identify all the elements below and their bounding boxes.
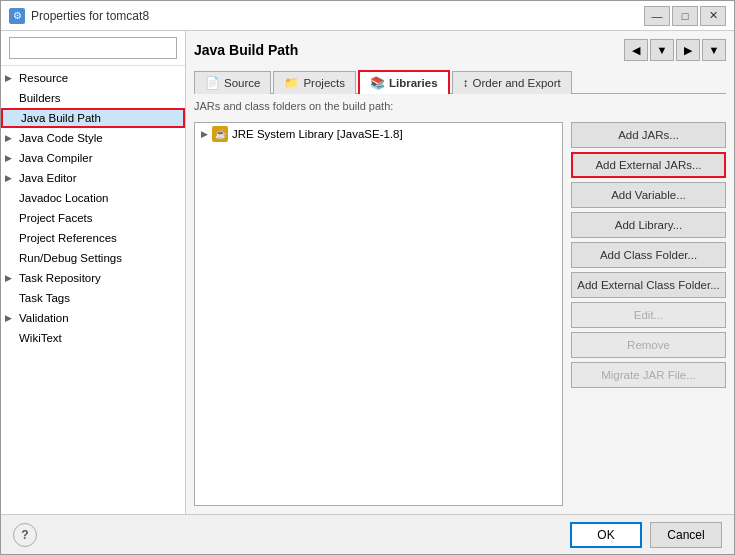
content-area: ▶ Resource Builders Java Build Path ▶ Ja… <box>1 31 734 514</box>
window-title: Properties for tomcat8 <box>31 9 149 23</box>
nav-back-button[interactable]: ◀ <box>624 39 648 61</box>
search-input[interactable] <box>9 37 177 59</box>
sidebar-item-label: Task Tags <box>19 292 70 304</box>
sidebar-item-label: Resource <box>19 72 68 84</box>
maximize-button[interactable]: □ <box>672 6 698 26</box>
ok-button[interactable]: OK <box>570 522 642 548</box>
lib-item-label: JRE System Library [JavaSE-1.8] <box>232 128 403 140</box>
nav-forward-dropdown-button[interactable]: ▼ <box>702 39 726 61</box>
expand-arrow: ▶ <box>5 133 19 143</box>
sidebar-item-resource[interactable]: ▶ Resource <box>1 68 185 88</box>
library-tree-container: ▶ ☕ JRE System Library [JavaSE-1.8] <box>194 122 563 506</box>
tab-projects-label: Projects <box>303 77 345 89</box>
main-panel: Java Build Path ◀ ▼ ▶ ▼ 📄 Source 📁 Proje… <box>186 31 734 514</box>
footer: ? OK Cancel <box>1 514 734 554</box>
sidebar-item-java-editor[interactable]: ▶ Java Editor <box>1 168 185 188</box>
expand-arrow: ▶ <box>5 73 19 83</box>
sidebar-item-project-references[interactable]: Project References <box>1 228 185 248</box>
remove-button[interactable]: Remove <box>571 332 726 358</box>
add-external-jars-button[interactable]: Add External JARs... <box>571 152 726 178</box>
sidebar-item-label: Validation <box>19 312 69 324</box>
sidebar-item-wikitext[interactable]: WikiText <box>1 328 185 348</box>
help-button[interactable]: ? <box>13 523 37 547</box>
nav-forward-button[interactable]: ▶ <box>676 39 700 61</box>
sidebar-item-validation[interactable]: ▶ Validation <box>1 308 185 328</box>
sidebar-item-label: Java Build Path <box>21 112 101 124</box>
sidebar-item-builders[interactable]: Builders <box>1 88 185 108</box>
sidebar-tree: ▶ Resource Builders Java Build Path ▶ Ja… <box>1 66 185 514</box>
sidebar-item-java-code-style[interactable]: ▶ Java Code Style <box>1 128 185 148</box>
tab-order-export[interactable]: ↕ Order and Export <box>452 71 572 94</box>
panel-title: Java Build Path <box>194 42 298 58</box>
properties-window: ⚙ Properties for tomcat8 — □ ✕ ▶ Resourc… <box>0 0 735 555</box>
title-buttons: — □ ✕ <box>644 6 726 26</box>
sidebar-item-label: Project Facets <box>19 212 93 224</box>
sidebar-item-label: Java Compiler <box>19 152 93 164</box>
tab-libraries-label: Libraries <box>389 77 438 89</box>
sidebar-item-javadoc-location[interactable]: Javadoc Location <box>1 188 185 208</box>
sidebar-item-java-compiler[interactable]: ▶ Java Compiler <box>1 148 185 168</box>
sidebar-item-label: Project References <box>19 232 117 244</box>
expand-arrow: ▶ <box>5 273 19 283</box>
close-button[interactable]: ✕ <box>700 6 726 26</box>
sidebar-item-task-repository[interactable]: ▶ Task Repository <box>1 268 185 288</box>
cancel-button[interactable]: Cancel <box>650 522 722 548</box>
tab-source[interactable]: 📄 Source <box>194 71 271 94</box>
migrate-jar-button[interactable]: Migrate JAR File... <box>571 362 726 388</box>
tab-projects[interactable]: 📁 Projects <box>273 71 356 94</box>
sidebar-item-run-debug-settings[interactable]: Run/Debug Settings <box>1 248 185 268</box>
tabs-row: 📄 Source 📁 Projects 📚 Libraries ↕ Order … <box>194 69 726 94</box>
panel-header: Java Build Path ◀ ▼ ▶ ▼ <box>194 39 726 61</box>
order-export-tab-icon: ↕ <box>463 76 469 90</box>
sidebar-item-label: Run/Debug Settings <box>19 252 122 264</box>
title-bar: ⚙ Properties for tomcat8 — □ ✕ <box>1 1 734 31</box>
nav-buttons: ◀ ▼ ▶ ▼ <box>624 39 726 61</box>
footer-buttons: OK Cancel <box>570 522 722 548</box>
search-box <box>1 31 185 66</box>
expand-arrow: ▶ <box>5 173 19 183</box>
sidebar-item-label: WikiText <box>19 332 62 344</box>
build-path-area: ▶ ☕ JRE System Library [JavaSE-1.8] Add … <box>194 122 726 506</box>
add-external-class-folder-button[interactable]: Add External Class Folder... <box>571 272 726 298</box>
expand-arrow: ▶ <box>5 313 19 323</box>
sidebar: ▶ Resource Builders Java Build Path ▶ Ja… <box>1 31 186 514</box>
sidebar-item-project-facets[interactable]: Project Facets <box>1 208 185 228</box>
lib-expand-arrow: ▶ <box>201 129 208 139</box>
title-bar-left: ⚙ Properties for tomcat8 <box>9 8 149 24</box>
sidebar-item-label: Java Code Style <box>19 132 103 144</box>
sidebar-item-label: Java Editor <box>19 172 77 184</box>
tab-order-export-label: Order and Export <box>473 77 561 89</box>
buttons-panel: Add JARs... Add External JARs... Add Var… <box>571 122 726 506</box>
nav-dropdown-button[interactable]: ▼ <box>650 39 674 61</box>
sidebar-item-label: Javadoc Location <box>19 192 109 204</box>
lib-item-jre[interactable]: ▶ ☕ JRE System Library [JavaSE-1.8] <box>195 123 562 145</box>
edit-button[interactable]: Edit... <box>571 302 726 328</box>
sidebar-item-task-tags[interactable]: Task Tags <box>1 288 185 308</box>
build-info-text: JARs and class folders on the build path… <box>194 100 726 112</box>
library-tree: ▶ ☕ JRE System Library [JavaSE-1.8] <box>194 122 563 506</box>
sidebar-item-label: Task Repository <box>19 272 101 284</box>
libraries-tab-icon: 📚 <box>370 76 385 90</box>
add-library-button[interactable]: Add Library... <box>571 212 726 238</box>
minimize-button[interactable]: — <box>644 6 670 26</box>
projects-tab-icon: 📁 <box>284 76 299 90</box>
add-jars-button[interactable]: Add JARs... <box>571 122 726 148</box>
sidebar-item-java-build-path[interactable]: Java Build Path <box>1 108 185 128</box>
source-tab-icon: 📄 <box>205 76 220 90</box>
tab-source-label: Source <box>224 77 260 89</box>
add-variable-button[interactable]: Add Variable... <box>571 182 726 208</box>
jre-icon: ☕ <box>212 126 228 142</box>
sidebar-item-label: Builders <box>19 92 61 104</box>
expand-arrow: ▶ <box>5 153 19 163</box>
add-class-folder-button[interactable]: Add Class Folder... <box>571 242 726 268</box>
tab-libraries[interactable]: 📚 Libraries <box>358 70 450 94</box>
window-icon: ⚙ <box>9 8 25 24</box>
